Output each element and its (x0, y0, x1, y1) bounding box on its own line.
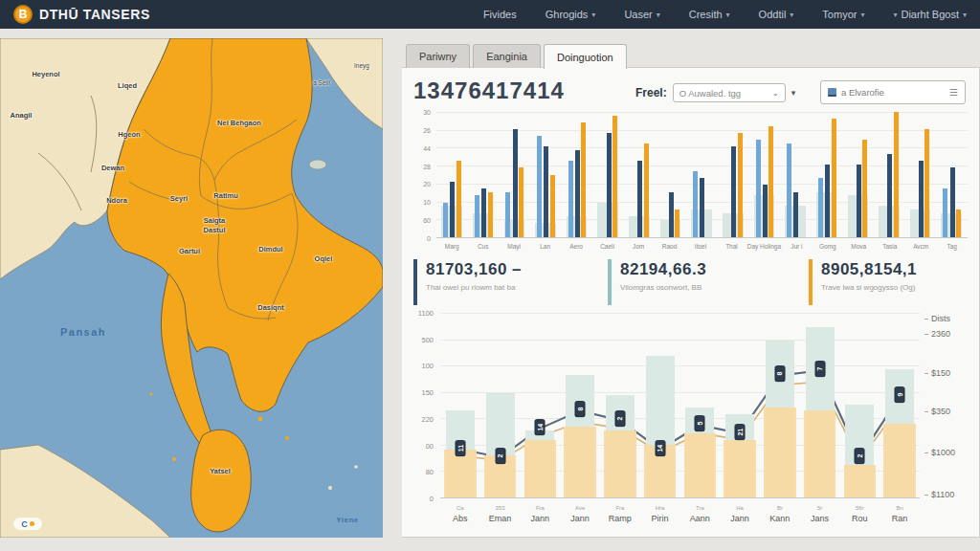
search-input[interactable]: a Elvarofie ☰ (820, 80, 966, 104)
y-tick-label-right: 2360 (931, 329, 950, 339)
bar-orange-bars (564, 427, 595, 497)
bottom-chart-right-axis: Dists2360$150$350$1000$1100 (924, 313, 971, 498)
x-tick-label: Jom (623, 240, 654, 253)
bar-orange (768, 126, 773, 237)
bar-orange (956, 209, 961, 237)
x-tick-abs-0: CaAbs (440, 502, 480, 533)
tab-pariwny[interactable]: Pariwny (406, 44, 470, 68)
y-tick-label: 100 (421, 362, 434, 370)
data-point-badge: 8 (575, 401, 586, 417)
x-tick-sublabel: 5r (800, 502, 840, 511)
bar-orange (550, 175, 555, 238)
y-tick-label: 28 (423, 163, 431, 169)
nav-item-uaser[interactable]: Uaser▾ (624, 9, 659, 20)
total-count-value: 13476417414 (413, 77, 565, 104)
bar-navy (950, 167, 955, 237)
x-tick-label: Mayi (499, 240, 529, 253)
x-tick-kann-8: BrKann (760, 502, 800, 533)
x-tick-label: Jann (521, 511, 561, 523)
data-point-badge: 14 (655, 440, 665, 456)
data-point-value: 2 (497, 454, 503, 458)
x-tick-label: Ran (880, 511, 920, 523)
data-point-value: 8 (776, 372, 783, 376)
y-tick-label: 150 (421, 388, 434, 397)
filter-select[interactable]: O Auwaled. tgg ⌄ (673, 83, 786, 102)
bar-light-blue (756, 140, 761, 237)
x-tick-label: Jann (560, 511, 600, 523)
data-point-badge: 5 (695, 416, 705, 432)
bar-navy (637, 161, 642, 237)
bar-light-blue (475, 195, 479, 237)
nav-menu: FividesGhrogids▾Uaser▾Cresith▾Oddtil▾Tom… (483, 9, 967, 20)
chevron-down-icon: ▾ (860, 11, 864, 19)
tab-doinguotion[interactable]: Doinguotion (544, 44, 627, 69)
x-tick-aann-6: TraAann (680, 502, 721, 533)
bar-navy (731, 146, 736, 237)
nav-item-oddtil[interactable]: Oddtil▾ (759, 9, 794, 20)
x-tick-label: Aann (680, 511, 721, 523)
data-point-value: 5 (697, 422, 703, 426)
bar-navy (857, 165, 861, 237)
x-tick-label: Caeli (591, 240, 622, 253)
bar-group-lan (530, 112, 562, 237)
bar-group-aero (562, 112, 593, 237)
tab-eanginia[interactable]: Eanginia (473, 44, 541, 68)
nav-item-fivides[interactable]: Fivides (483, 9, 517, 20)
nav-item-diarht-bgost[interactable]: ▾Diarht Bgost▾ (893, 9, 967, 20)
bar-navy (450, 182, 455, 237)
bar-group-jom (624, 112, 656, 237)
bar-group-tasia (874, 112, 905, 237)
x-tick-label: Jann (720, 511, 760, 523)
top-chart-y-axis: 302644282010600 (413, 112, 433, 238)
y-tick-label: 0 (430, 495, 434, 503)
x-tick-label: Kann (760, 511, 800, 523)
bar-navy (919, 161, 924, 237)
bar-orange (862, 140, 867, 237)
bar-navy (763, 185, 768, 237)
y-tick-label-right: Dists (931, 314, 950, 323)
x-tick-jann-7: HaJann (720, 502, 760, 533)
top-chart-x-axis: MargCusMayiLanAeroCaeliJomRaodItoelThalD… (436, 240, 968, 253)
chevron-down-icon: ▾ (893, 11, 897, 19)
x-tick-label: Eman (480, 511, 521, 523)
kpi-navy: 81703,160 – Thai owel pu rlowm bat ba (413, 259, 608, 305)
bar-orange-bars (764, 408, 795, 497)
chevron-down-icon: ▾ (963, 11, 967, 19)
bar-orange (457, 161, 461, 237)
card-header: 13476417414 Freel: O Auwaled. tgg ⌄ ▾ a … (413, 76, 971, 108)
x-tick-label: Marg (436, 240, 467, 253)
data-point-value: 11 (457, 445, 463, 452)
x-tick-sublabel: Tra (680, 502, 721, 511)
y-tick-label: 0 (427, 235, 431, 242)
data-point-value: 2 (857, 454, 863, 458)
bar-light-blue (693, 171, 698, 237)
kpi-label: Vilomgras osonwort, BB (620, 283, 809, 292)
list-lines-icon[interactable]: ☰ (949, 87, 958, 98)
data-point-badge: 9 (895, 386, 905, 403)
bar-light-blue (537, 136, 542, 237)
x-tick-label: Tasia (875, 240, 905, 253)
filter-extra-caret-icon[interactable]: ▾ (791, 88, 796, 98)
bar-orange (832, 119, 836, 237)
bar-group-tag (936, 112, 968, 237)
nav-item-tomyor[interactable]: Tomyor▾ (822, 9, 864, 20)
bar-group-cus (468, 112, 500, 237)
x-tick-label: Gomg (813, 240, 843, 253)
x-tick-label: Jur i (781, 240, 812, 253)
bottom-combo-chart: 110050010015022000800 1121482145218729 D… (413, 309, 971, 533)
nav-item-cresith[interactable]: Cresith▾ (689, 9, 730, 20)
data-point-value: 2 (616, 417, 623, 421)
y-tick-label-right: $1000 (931, 448, 955, 457)
data-point-value: 9 (897, 393, 903, 397)
thailand-map[interactable]: C HeyenolLiqedNei Behgaona SeillIneygAna… (0, 38, 383, 538)
filter-label: Freel: (635, 86, 667, 99)
y-tick-label: 26 (423, 126, 431, 133)
kpi-label: Trave lwa si wgogysso (Og) (821, 283, 971, 292)
brand-logo[interactable]: B DTHŪ TANSERS (13, 5, 150, 24)
nav-item-ghrogids[interactable]: Ghrogids▾ (546, 9, 596, 20)
bar-light-blue (943, 188, 947, 237)
x-tick-sublabel: Bn (880, 502, 920, 511)
y-tick-label: 500 (421, 335, 434, 343)
top-chart-groups (436, 112, 968, 237)
bar-navy (575, 150, 580, 237)
